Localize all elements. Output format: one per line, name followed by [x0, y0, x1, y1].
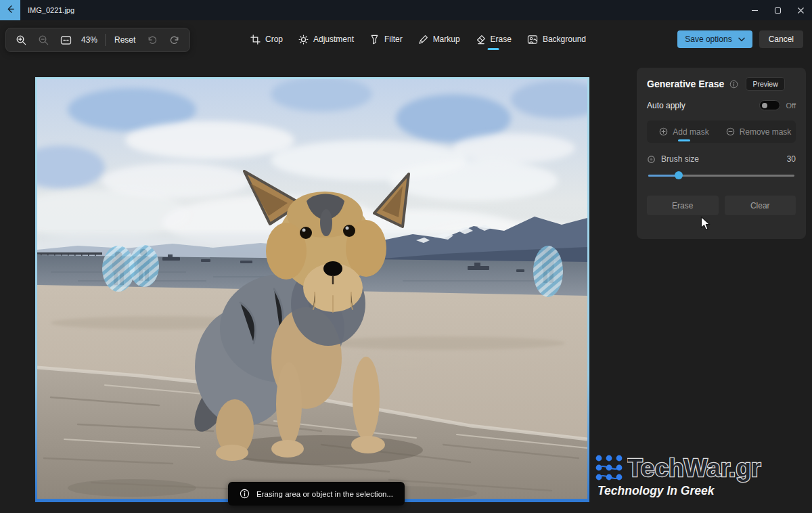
auto-apply-label: Auto apply: [647, 101, 685, 110]
techwar-brand: TechWar.gr: [627, 452, 790, 483]
photo-selection-frame: [35, 77, 589, 502]
redo-icon: [169, 35, 180, 45]
background-icon: [527, 35, 538, 45]
preview-badge: Preview: [746, 77, 784, 91]
maximize-icon: [774, 7, 782, 14]
tab-markup[interactable]: Markup: [417, 20, 461, 58]
markup-icon: [418, 35, 428, 45]
toolbar-divider: [105, 34, 106, 46]
auto-apply-toggle[interactable]: [759, 100, 780, 110]
edit-mode-tabs: Crop Adjustment Filter Markup Erase Back…: [249, 20, 587, 58]
document-title: IMG_0221.jpg: [28, 0, 74, 20]
tab-adjustment[interactable]: Adjustment: [297, 20, 355, 58]
undo-button[interactable]: [144, 32, 160, 48]
generative-erase-panel: Generative Erase Preview Auto apply Off …: [637, 68, 806, 239]
tab-background[interactable]: Background: [526, 20, 587, 58]
minimize-icon: [751, 7, 759, 14]
clear-button[interactable]: Clear: [725, 196, 796, 215]
close-button[interactable]: [789, 0, 812, 20]
photo-canvas[interactable]: [37, 79, 587, 499]
chevron-down-icon: [738, 37, 745, 42]
auto-apply-state: Off: [786, 102, 796, 110]
zoom-out-icon: [38, 35, 49, 46]
erase-button[interactable]: Erase: [647, 196, 719, 215]
toast-message: Erasing area or object in the selection.…: [256, 490, 393, 498]
active-mask-tab-indicator: [678, 139, 690, 141]
brush-size-label: Brush size: [661, 154, 699, 164]
toggle-knob: [762, 103, 767, 108]
crop-icon: [250, 35, 261, 45]
reset-button[interactable]: Reset: [112, 34, 138, 46]
back-arrow-icon: [5, 4, 16, 17]
mask-mode-tabs: Add mask Remove mask: [647, 120, 796, 143]
maximize-button[interactable]: [766, 0, 789, 20]
zoom-in-icon: [16, 35, 27, 46]
brush-size-icon: [647, 155, 656, 164]
zoom-out-button[interactable]: [35, 32, 51, 48]
editor-toolbar: 43% Reset Crop Adjustment Filter Markup: [0, 20, 812, 58]
slider-thumb[interactable]: [675, 171, 683, 179]
redo-button[interactable]: [166, 32, 183, 48]
brush-size-value: 30: [787, 154, 796, 164]
info-icon: [240, 489, 250, 499]
cancel-button[interactable]: Cancel: [759, 30, 803, 48]
techwar-watermark: TechWar.gr Technology In Greek: [594, 452, 790, 498]
tab-erase[interactable]: Erase: [474, 20, 513, 58]
tab-crop[interactable]: Crop: [249, 20, 284, 58]
zoom-percentage: 43%: [80, 35, 99, 45]
adjustment-icon: [298, 35, 309, 45]
watermark-tagline: Technology In Greek: [597, 484, 790, 498]
tab-filter[interactable]: Filter: [368, 20, 404, 58]
brush-size-slider[interactable]: [647, 171, 796, 180]
techwar-logo-icon: [594, 453, 624, 483]
erase-icon: [476, 35, 486, 45]
info-icon[interactable]: [729, 80, 738, 89]
filter-icon: [369, 35, 380, 45]
erase-mask-region-2[interactable]: [129, 245, 159, 287]
close-icon: [797, 7, 805, 14]
panel-title: Generative Erase: [647, 79, 724, 89]
undo-icon: [147, 35, 158, 45]
mouse-cursor: [700, 216, 712, 231]
remove-mask-tab[interactable]: Remove mask: [721, 120, 796, 143]
erase-mask-region-3[interactable]: [533, 246, 563, 297]
back-button[interactable]: [0, 0, 20, 20]
zoom-controls: 43% Reset: [5, 28, 190, 52]
zoom-in-button[interactable]: [13, 32, 29, 48]
circle-plus-icon: [659, 127, 668, 136]
circle-minus-icon: [726, 127, 735, 136]
fit-to-window-button[interactable]: [58, 32, 74, 48]
save-options-button[interactable]: Save options: [677, 30, 752, 48]
fit-to-window-icon: [60, 35, 72, 45]
brand-text: TechWar.gr: [627, 454, 761, 482]
status-toast: Erasing area or object in the selection.…: [228, 482, 405, 506]
titlebar: IMG_0221.jpg: [0, 0, 812, 20]
minimize-button[interactable]: [743, 0, 766, 20]
